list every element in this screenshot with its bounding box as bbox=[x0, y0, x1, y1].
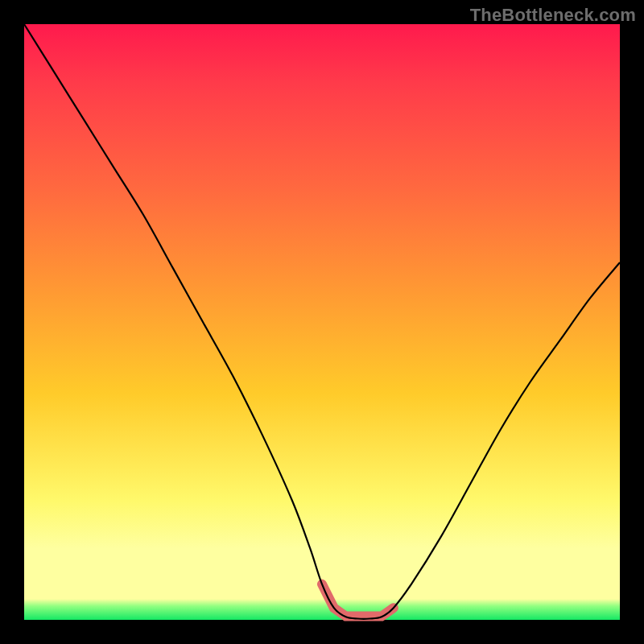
watermark-text: TheBottleneck.com bbox=[470, 5, 636, 26]
bottleneck-curve bbox=[24, 24, 620, 619]
chart-container: TheBottleneck.com bbox=[0, 0, 644, 644]
curve-layer bbox=[24, 24, 620, 620]
optimal-marker bbox=[322, 584, 394, 617]
plot-area bbox=[24, 24, 620, 620]
